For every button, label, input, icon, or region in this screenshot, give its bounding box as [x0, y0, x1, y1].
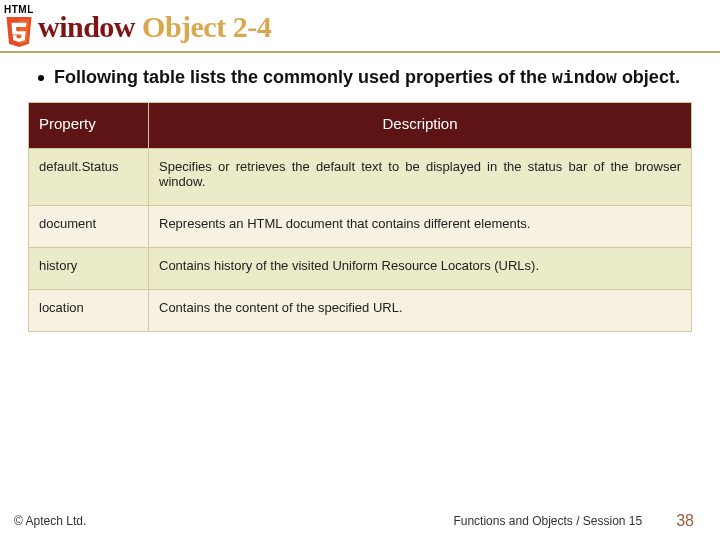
title-part-1: window — [38, 10, 142, 43]
table-row: default.Status Specifies or retrieves th… — [29, 149, 692, 206]
cell-description: Contains history of the visited Uniform … — [149, 248, 692, 290]
slide-header: HTML window Object 2-4 — [0, 0, 720, 49]
footer-page-number: 38 — [676, 512, 694, 530]
bullet-dot-icon — [38, 75, 44, 81]
slide-title: window Object 2-4 — [38, 10, 271, 44]
cell-description: Contains the content of the specified UR… — [149, 290, 692, 332]
table-header-row: Property Description — [29, 103, 692, 149]
title-part-2: Object 2-4 — [142, 10, 271, 43]
html5-logo-word: HTML — [4, 4, 34, 15]
cell-description: Represents an HTML document that contain… — [149, 206, 692, 248]
bullet-code: window — [552, 68, 617, 88]
cell-property: default.Status — [29, 149, 149, 206]
properties-table: Property Description default.Status Spec… — [28, 102, 692, 332]
footer-session: Functions and Objects / Session 15 — [453, 514, 642, 528]
html5-logo: HTML — [4, 4, 34, 49]
bullet-item: Following table lists the commonly used … — [38, 67, 692, 88]
col-header-description: Description — [149, 103, 692, 149]
slide-footer: © Aptech Ltd. Functions and Objects / Se… — [0, 512, 720, 530]
table-row: location Contains the content of the spe… — [29, 290, 692, 332]
bullet-post: object. — [617, 67, 680, 87]
bullet-text: Following table lists the commonly used … — [54, 67, 680, 88]
cell-description: Specifies or retrieves the default text … — [149, 149, 692, 206]
cell-property: location — [29, 290, 149, 332]
cell-property: history — [29, 248, 149, 290]
table-row: document Represents an HTML document tha… — [29, 206, 692, 248]
bullet-pre: Following table lists the commonly used … — [54, 67, 552, 87]
col-header-property: Property — [29, 103, 149, 149]
html5-shield-icon — [4, 15, 34, 49]
table-row: history Contains history of the visited … — [29, 248, 692, 290]
slide-content: Following table lists the commonly used … — [0, 53, 720, 332]
footer-copyright: © Aptech Ltd. — [14, 514, 86, 528]
cell-property: document — [29, 206, 149, 248]
